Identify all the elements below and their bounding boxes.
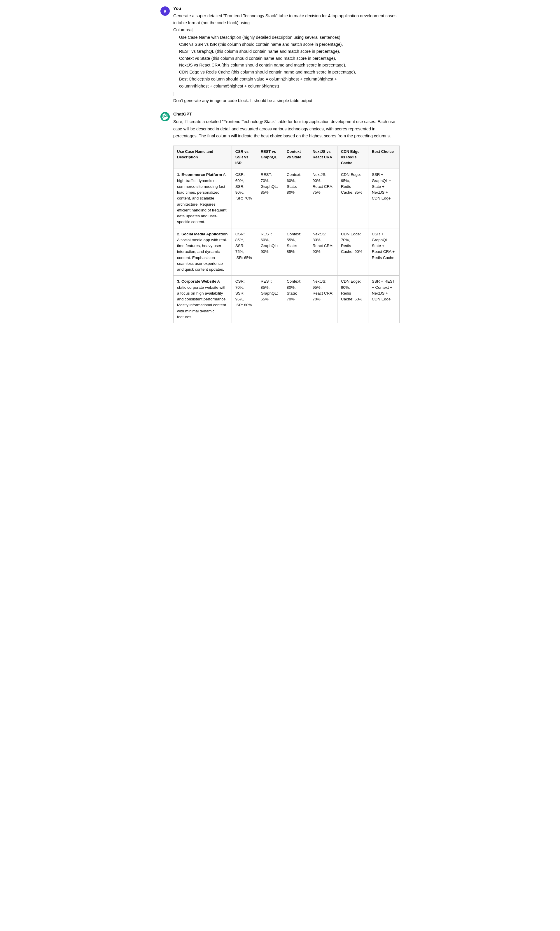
- col-item-5: NextJS vs React CRA (this column should …: [179, 62, 400, 69]
- table-row-social-media: 2. Social Media Application A social med…: [174, 228, 400, 275]
- td-ecommerce-cdn: CDN Edge: 95%,Redis Cache: 85%: [337, 169, 368, 228]
- user-message: a You Generate a super detailed "Fronten…: [160, 6, 400, 105]
- td-ecommerce-usecase: 1. E-commerce Platform A high-traffic, d…: [174, 169, 232, 228]
- td-social-bold: 2. Social Media Application: [177, 232, 228, 236]
- th-use-case: Use Case Name and Description: [174, 146, 232, 169]
- col-item-4: Context vs State (this column should con…: [179, 55, 400, 62]
- td-social-rest: REST: 60%,GraphQL: 90%: [257, 228, 283, 275]
- columns-list: Use Case Name with Description (highly d…: [179, 34, 400, 90]
- footer-note: Don't generate any image or code block. …: [173, 97, 400, 105]
- td-social-csr: CSR: 85%,SSR: 75%,ISR: 65%: [232, 228, 257, 275]
- table-row-corporate: 3. Corporate Website A static corporate …: [174, 275, 400, 323]
- td-ecommerce-context: Context: 60%,State: 80%: [283, 169, 309, 228]
- assistant-content: ChatGPT Sure, I'll create a detailed "Fr…: [173, 111, 400, 323]
- td-corporate-bold: 3. Corporate Website: [177, 279, 217, 283]
- conversation-container: a You Generate a super detailed "Fronten…: [160, 6, 400, 323]
- col-item-6: CDN Edge vs Redis Cache (this column sho…: [179, 69, 400, 76]
- tech-stack-table: Use Case Name and Description CSR vs SSR…: [173, 146, 400, 323]
- user-text: Generate a super detailed "Frontend Tech…: [173, 12, 400, 105]
- user-content: You Generate a super detailed "Frontend …: [173, 6, 400, 105]
- user-name: You: [173, 6, 400, 11]
- td-ecommerce-rest: REST: 70%,GraphQL: 85%: [257, 169, 283, 228]
- assistant-intro: Sure, I'll create a detailed "Frontend T…: [173, 118, 400, 140]
- prompt-columns-label: Columns=[: [173, 28, 194, 32]
- assistant-name: ChatGPT: [173, 111, 400, 116]
- td-ecommerce-nextjs: NextJS: 90%,React CRA: 75%: [309, 169, 337, 228]
- td-social-best: CSR + GraphQL + State + React CRA + Redi…: [368, 228, 399, 275]
- th-best-choice: Best Choice: [368, 146, 399, 169]
- closing-bracket: ]: [173, 91, 400, 97]
- td-social-nextjs: NextJS: 80%,React CRA: 90%: [309, 228, 337, 275]
- table-header-row: Use Case Name and Description CSR vs SSR…: [174, 146, 400, 169]
- th-nextjs-react: NextJS vs React CRA: [309, 146, 337, 169]
- td-ecommerce-bold: 1. E-commerce Platform: [177, 172, 222, 177]
- table-row-ecommerce: 1. E-commerce Platform A high-traffic, d…: [174, 169, 400, 228]
- th-rest-graphql: REST vs GraphQL: [257, 146, 283, 169]
- td-corporate-rest: REST: 85%,GraphQL: 65%: [257, 275, 283, 323]
- col-item-1: Use Case Name with Description (highly d…: [179, 34, 400, 41]
- td-social-usecase: 2. Social Media Application A social med…: [174, 228, 232, 275]
- td-social-cdn: CDN Edge: 70%,Redis Cache: 90%: [337, 228, 368, 275]
- td-corporate-csr: CSR: 70%,SSR: 95%,ISR: 80%: [232, 275, 257, 323]
- td-corporate-nextjs: NextJS: 95%,React CRA: 70%: [309, 275, 337, 323]
- assistant-message: ChatGPT Sure, I'll create a detailed "Fr…: [160, 111, 400, 323]
- th-cdn-redis: CDN Edge vs Redis Cache: [337, 146, 368, 169]
- user-avatar: a: [160, 6, 170, 16]
- td-corporate-cdn: CDN Edge: 90%,Redis Cache: 60%: [337, 275, 368, 323]
- td-ecommerce-csr: CSR: 60%,SSR: 90%,ISR: 70%: [232, 169, 257, 228]
- col-item-7: Best Choice(this column should contain v…: [179, 76, 400, 83]
- col-item-2: CSR vs SSR vs ISR (this column should co…: [179, 41, 400, 48]
- td-social-context: Context: 55%,State: 85%: [283, 228, 309, 275]
- assistant-avatar: [160, 112, 170, 122]
- td-corporate-usecase: 3. Corporate Website A static corporate …: [174, 275, 232, 323]
- td-corporate-context: Context: 80%,State: 70%: [283, 275, 309, 323]
- td-corporate-best: SSR + REST + Context + NextJS + CDN Edge: [368, 275, 399, 323]
- col-item-8: column4highest + column5highest + column…: [179, 83, 400, 90]
- prompt-line-1: Generate a super detailed "Frontend Tech…: [173, 14, 396, 25]
- th-context-state: Context vs State: [283, 146, 309, 169]
- td-ecommerce-best: SSR + GraphQL + State + NextJS + CDN Edg…: [368, 169, 399, 228]
- th-csr-ssr-isr: CSR vs SSR vs ISR: [232, 146, 257, 169]
- col-item-3: REST vs GraphQL (this column should cont…: [179, 48, 400, 55]
